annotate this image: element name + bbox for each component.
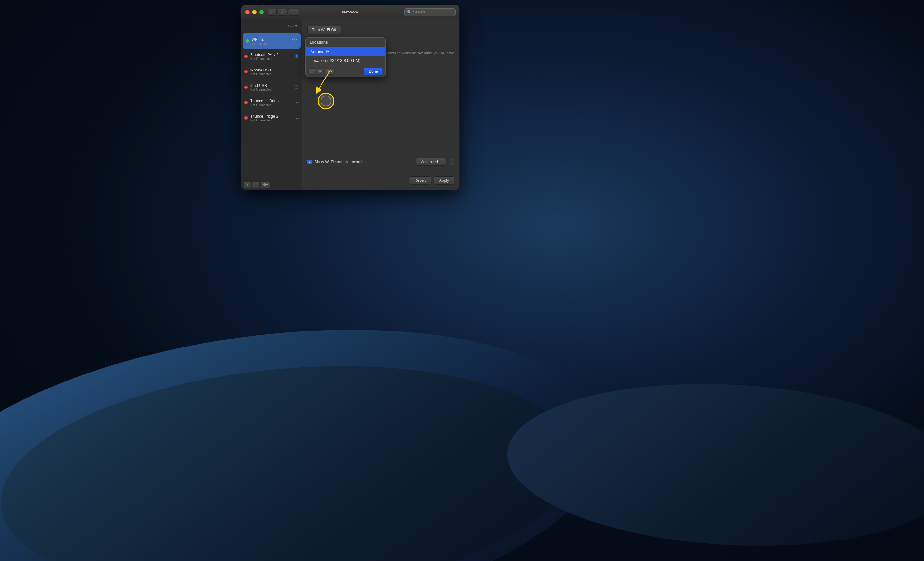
location-custom[interactable]: Location (6/24/13 8:00 PM) [306, 56, 386, 65]
desktop [0, 0, 924, 561]
bluetooth-icon [295, 54, 299, 60]
network-info-thunderbolt2: Thunde...ridge 2 Not Connected [250, 114, 292, 122]
nav-buttons: ‹ › [268, 9, 287, 16]
location-header-label: Loc... [285, 23, 294, 28]
location-toolbar: + − ⚙ ▾ Done [306, 66, 386, 76]
thunderbolt1-icon [294, 102, 299, 103]
status-dot-wifi2 [246, 39, 249, 43]
network-window: ‹ › ⊞ Network 🔍 Search Loc... ▼ Wi-Fi 2 [241, 5, 459, 190]
top-controls-row: Turn Wi-Fi Off [308, 25, 454, 34]
network-info-bluetooth: Bluetooth PAN 2 Not Connected [250, 52, 292, 61]
network-status-iphone-usb: Not Connected [250, 72, 292, 76]
network-info-iphone-usb: iPhone USB Not Connected [250, 68, 292, 76]
status-dot-bluetooth [244, 55, 248, 58]
network-item-ipad-usb[interactable]: iPad USB Not Connected [241, 79, 302, 95]
done-button[interactable]: Done [364, 67, 383, 75]
network-info-wifi2: Wi-Fi 2 Connected [252, 37, 289, 45]
network-name-iphone-usb: iPhone USB [250, 68, 292, 72]
add-icon: + [246, 183, 248, 187]
close-button[interactable] [245, 10, 250, 14]
show-wifi-label: Show Wi-Fi status in menu bar [314, 160, 367, 164]
usb-icon-ipad [294, 85, 299, 90]
network-item-iphone-usb[interactable]: iPhone USB Not Connected [241, 64, 302, 79]
grid-view-button[interactable]: ⊞ [288, 9, 299, 16]
network-status-bluetooth: Not Connected [250, 57, 292, 61]
network-gear-button[interactable]: ⚙ ▾ [261, 182, 270, 188]
sidebar-toolbar: + − ⚙ ▾ [241, 180, 302, 190]
gear-chevron-icon: ▾ [266, 183, 268, 186]
add-button-annotation: + [318, 93, 334, 109]
network-name-bluetooth: Bluetooth PAN 2 [250, 52, 292, 57]
location-gear-chevron: ▾ [331, 70, 332, 73]
turn-wifi-button[interactable]: Turn Wi-Fi Off [308, 25, 341, 34]
location-chevron: ▼ [294, 24, 298, 28]
network-name-ipad-usb: iPad USB [250, 83, 292, 88]
network-name-thunderbolt2: Thunde...ridge 2 [250, 114, 292, 119]
network-name-thunderbolt1: Thunde...lt Bridge [250, 99, 292, 103]
search-icon: 🔍 [407, 10, 412, 14]
add-icon-inner: + [321, 96, 332, 106]
help-button[interactable]: ? [448, 159, 454, 165]
add-button-circle[interactable]: + [318, 93, 334, 109]
search-bar[interactable]: 🔍 Search [404, 8, 456, 16]
remove-location-button[interactable]: − [316, 68, 324, 75]
network-info-thunderbolt1: Thunde...lt Bridge Not Connected [250, 99, 292, 107]
add-location-button[interactable]: + [308, 68, 315, 75]
network-item-wifi2[interactable]: Wi-Fi 2 Connected [243, 33, 301, 49]
location-gear-icon: ⚙ [328, 70, 331, 74]
show-wifi-checkbox[interactable]: ✓ [308, 160, 312, 164]
location-automatic[interactable]: Automatic [306, 48, 386, 56]
network-status-thunderbolt2: Not Connected [250, 119, 292, 122]
bottom-toolbar: Revert Apply [308, 172, 454, 185]
sidebar: Loc... ▼ Wi-Fi 2 Connected [241, 19, 302, 190]
svg-rect-0 [295, 70, 298, 73]
status-dot-ipad-usb [244, 85, 248, 89]
network-status-wifi2: Connected [252, 42, 289, 45]
remove-network-button[interactable]: − [252, 182, 259, 188]
network-item-thunderbolt1[interactable]: Thunde...lt Bridge Not Connected [241, 95, 302, 110]
network-item-bluetooth[interactable]: Bluetooth PAN 2 Not Connected [241, 49, 302, 64]
advanced-button[interactable]: Advanced... [416, 158, 446, 166]
location-gear-button[interactable]: ⚙ ▾ [325, 68, 334, 75]
traffic-lights [245, 10, 264, 14]
usb-icon-iphone [294, 69, 299, 75]
forward-button[interactable]: › [278, 9, 287, 16]
thunderbolt2-icon [294, 118, 299, 119]
window-content: Loc... ▼ Wi-Fi 2 Connected [241, 19, 459, 190]
revert-button[interactable]: Revert [409, 176, 431, 185]
wifi-icon [292, 39, 297, 44]
minimize-button[interactable] [252, 10, 256, 14]
status-dot-iphone-usb [244, 70, 248, 73]
location-list: Automatic Location (6/24/13 8:00 PM) [306, 46, 386, 66]
network-status-ipad-usb: Not Connected [250, 88, 292, 91]
gear-icon: ⚙ [263, 183, 266, 187]
location-picker-header: Locations [306, 37, 386, 46]
show-wifi-row: ✓ Show Wi-Fi status in menu bar Advanced… [308, 158, 454, 166]
title-bar: ‹ › ⊞ Network 🔍 Search [241, 5, 459, 19]
apply-button[interactable]: Apply [434, 176, 454, 185]
remove-icon: − [254, 183, 256, 187]
sidebar-header: Loc... ▼ [241, 19, 302, 32]
svg-rect-1 [295, 85, 298, 88]
network-status-thunderbolt1: Not Connected [250, 103, 292, 107]
location-picker: Locations Automatic Location (6/24/13 8:… [305, 37, 386, 77]
status-dot-thunderbolt1 [244, 101, 248, 104]
status-dot-thunderbolt2 [244, 117, 248, 120]
network-info-ipad-usb: iPad USB Not Connected [250, 83, 292, 91]
network-list: Wi-Fi 2 Connected [241, 32, 302, 180]
add-network-button[interactable]: + [244, 182, 251, 188]
back-button[interactable]: ‹ [268, 9, 276, 16]
main-spacer [308, 64, 454, 158]
maximize-button[interactable] [259, 10, 264, 14]
search-placeholder: Search [413, 10, 425, 14]
network-item-thunderbolt2[interactable]: Thunde...ridge 2 Not Connected [241, 110, 302, 126]
network-name-wifi2: Wi-Fi 2 [252, 37, 289, 42]
window-title: Network [342, 10, 358, 14]
